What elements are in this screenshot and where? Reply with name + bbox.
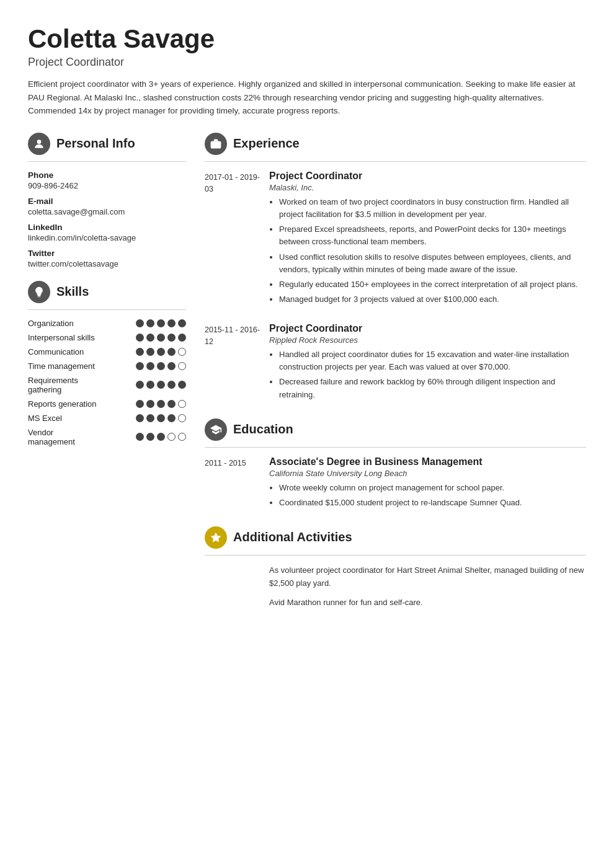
twitter-block: Twitter twitter.com/colettasavage <box>28 249 186 268</box>
additional-paragraph: Avid Marathon runner for fun and self-ca… <box>269 596 586 609</box>
exp-job-title: Project Coordinator <box>269 323 586 334</box>
phone-block: Phone 909-896-2462 <box>28 170 186 190</box>
dot-filled <box>167 319 176 327</box>
experience-section: Experience 2017-01 - 2019-03Project Coor… <box>205 133 586 404</box>
personal-info-header: Personal Info <box>28 133 186 155</box>
experience-list: 2017-01 - 2019-03Project CoordinatorMala… <box>205 170 586 404</box>
exp-bullet: Regularly educated 150+ employees in the… <box>279 278 586 291</box>
skill-row: Time management <box>28 361 186 371</box>
skill-name: Requirements gathering <box>28 376 102 394</box>
experience-title: Experience <box>233 136 300 151</box>
dot-filled <box>178 381 186 389</box>
star-icon <box>205 526 227 549</box>
additional-content: As volunteer project coordinator for Har… <box>205 564 586 609</box>
additional-section: Additional Activities As volunteer proje… <box>205 526 586 609</box>
dot-empty <box>178 362 186 370</box>
skill-dots <box>136 362 186 370</box>
skill-row: Reports generation <box>28 399 186 409</box>
dot-filled <box>146 381 154 389</box>
exp-content: Project CoordinatorMalaski, Inc.Worked o… <box>269 170 586 308</box>
skill-name: Organization <box>28 319 102 328</box>
experience-item: 2017-01 - 2019-03Project CoordinatorMala… <box>205 170 586 308</box>
edu-degree: Associate's Degree in Business Managemen… <box>269 456 586 467</box>
dot-filled <box>157 334 165 342</box>
dot-filled <box>167 348 176 356</box>
dot-filled <box>136 348 144 356</box>
exp-job-title: Project Coordinator <box>269 170 586 182</box>
skill-name: Communication <box>28 347 102 356</box>
left-column: Personal Info Phone 909-896-2462 E-mail … <box>28 133 186 451</box>
svg-rect-1 <box>38 295 41 296</box>
personal-info-section: Personal Info Phone 909-896-2462 E-mail … <box>28 133 186 268</box>
dot-filled <box>167 414 176 422</box>
dot-filled <box>146 362 154 370</box>
linkedin-value: linkedin.com/in/coletta-savage <box>28 233 186 242</box>
dot-filled <box>167 381 176 389</box>
exp-bullets: Worked on team of two project coordinato… <box>269 196 586 306</box>
edu-bullets: Wrote weekly column on project managemen… <box>269 482 586 509</box>
twitter-label: Twitter <box>28 249 186 258</box>
dot-filled <box>157 348 165 356</box>
twitter-value: twitter.com/colettasavage <box>28 259 186 268</box>
education-list: 2011 - 2015Associate's Degree in Busines… <box>205 456 586 512</box>
skills-header: Skills <box>28 281 186 303</box>
dot-filled <box>157 400 165 408</box>
svg-rect-2 <box>38 296 41 297</box>
briefcase-icon <box>205 133 227 155</box>
dot-filled <box>157 319 165 327</box>
education-title: Education <box>233 422 293 436</box>
dot-filled <box>136 319 144 327</box>
exp-dates: 2017-01 - 2019-03 <box>205 170 260 308</box>
skill-row: Communication <box>28 347 186 356</box>
graduation-icon <box>205 418 227 441</box>
exp-bullets: Handled all project coordinator duties f… <box>269 348 586 401</box>
skill-name: MS Excel <box>28 414 102 423</box>
edu-bullet: Wrote weekly column on project managemen… <box>279 482 586 494</box>
exp-dates: 2015-11 - 2016-12 <box>205 323 260 404</box>
exp-company: Malaski, Inc. <box>269 183 586 192</box>
dot-filled <box>136 414 144 422</box>
linkedin-label: LinkedIn <box>28 223 186 232</box>
main-layout: Personal Info Phone 909-896-2462 E-mail … <box>28 133 586 621</box>
exp-bullet: Decreased failure and rework backlog by … <box>279 376 586 401</box>
dot-filled <box>146 400 154 408</box>
experience-divider <box>205 161 586 162</box>
dot-empty <box>178 348 186 356</box>
candidate-name: Coletta Savage <box>28 25 586 53</box>
svg-point-0 <box>37 140 42 144</box>
phone-label: Phone <box>28 170 186 180</box>
edu-school: California State University Long Beach <box>269 469 586 478</box>
personal-info-title: Personal Info <box>56 136 135 151</box>
education-item: 2011 - 2015Associate's Degree in Busines… <box>205 456 586 512</box>
exp-company: Rippled Rock Resources <box>269 335 586 345</box>
skill-dots <box>136 334 186 342</box>
dot-filled <box>157 362 165 370</box>
additional-paragraph: As volunteer project coordinator for Har… <box>269 564 586 590</box>
education-divider <box>205 447 586 448</box>
education-section: Education 2011 - 2015Associate's Degree … <box>205 418 586 512</box>
skills-list: OrganizationInterpersonal skillsCommunic… <box>28 319 186 446</box>
dot-filled <box>136 362 144 370</box>
exp-bullet: Worked on team of two project coordinato… <box>279 196 586 221</box>
dot-filled <box>157 381 165 389</box>
dot-filled <box>178 319 186 327</box>
skill-dots <box>136 319 186 327</box>
dot-filled <box>146 414 154 422</box>
dot-filled <box>146 433 154 441</box>
personal-info-divider <box>28 161 186 162</box>
dot-empty <box>178 400 186 408</box>
skill-dots <box>136 433 186 441</box>
personal-info-fields: Phone 909-896-2462 E-mail coletta.savage… <box>28 170 186 268</box>
additional-header: Additional Activities <box>205 526 586 549</box>
dot-filled <box>167 400 176 408</box>
svg-rect-3 <box>211 141 221 149</box>
exp-bullet: Used conflict resolution skills to resol… <box>279 251 586 276</box>
edu-bullet: Coordinated $15,000 student project to r… <box>279 497 586 509</box>
exp-content: Project CoordinatorRippled Rock Resource… <box>269 323 586 404</box>
skill-dots <box>136 381 186 389</box>
resume-header: Coletta Savage Project Coordinator Effic… <box>28 25 586 118</box>
dot-filled <box>146 334 154 342</box>
skill-row: Requirements gathering <box>28 376 186 394</box>
dot-filled <box>167 362 176 370</box>
skill-dots <box>136 414 186 422</box>
